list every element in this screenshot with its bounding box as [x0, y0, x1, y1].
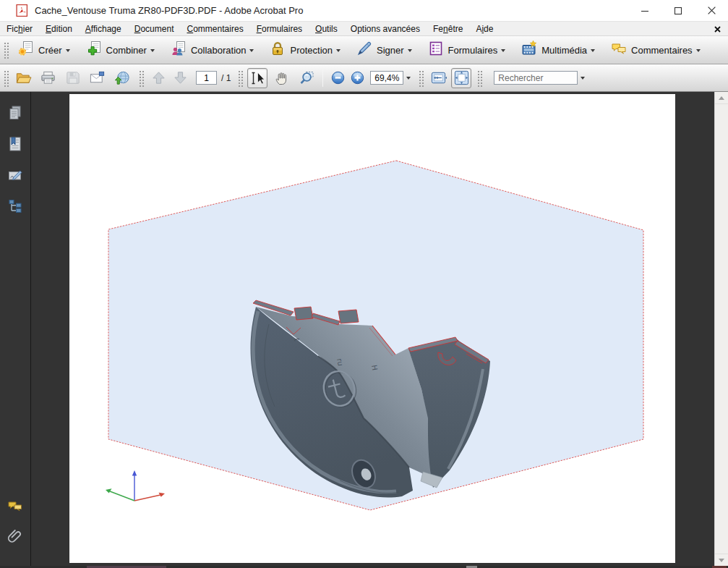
- menu-formulaires[interactable]: Formulaires: [250, 22, 309, 36]
- print-button[interactable]: [38, 68, 58, 88]
- select-tool-button[interactable]: [247, 68, 267, 88]
- pages-icon: [7, 104, 24, 122]
- comments-bubbles-icon: [7, 497, 24, 514]
- open-button[interactable]: [13, 68, 33, 88]
- bookmarks-panel-button[interactable]: [4, 133, 26, 155]
- zoom-out-button[interactable]: [329, 68, 346, 88]
- combiner-button[interactable]: Combiner: [80, 37, 160, 63]
- signatures-icon: [7, 166, 24, 184]
- creer-label: Créer: [38, 45, 62, 56]
- menu-fenetre[interactable]: Fenêtre: [427, 22, 469, 36]
- menu-fichier[interactable]: Fichier: [0, 22, 39, 36]
- combiner-label: Combiner: [106, 45, 147, 56]
- toolbar-grip[interactable]: [238, 69, 243, 87]
- protection-button[interactable]: Protection: [263, 37, 346, 63]
- menu-document[interactable]: Document: [128, 22, 181, 36]
- save-button: [62, 68, 82, 88]
- close-document-icon[interactable]: [712, 24, 722, 34]
- toolbar-grip[interactable]: [477, 69, 482, 87]
- formulaires-button[interactable]: Formulaires: [421, 37, 512, 63]
- page-total-label: / 1: [221, 73, 231, 83]
- menu-edition[interactable]: Edition: [39, 22, 79, 36]
- 3d-model-viewport[interactable]: t ru H: [69, 94, 675, 563]
- pdf-page: t ru H: [69, 94, 675, 563]
- page-number-input[interactable]: [196, 71, 217, 85]
- triangle-up-icon: [719, 96, 724, 100]
- forms-icon: [427, 40, 445, 60]
- title-bar: Cache_Ventouse Truma ZR80-PDF3D.PDF - Ad…: [0, 0, 728, 22]
- close-button[interactable]: [695, 0, 728, 21]
- multimedia-label: Multimédia: [541, 45, 587, 56]
- collaboration-icon: [170, 40, 187, 60]
- search-dropdown[interactable]: [578, 71, 587, 85]
- navigation-pane: [0, 92, 31, 566]
- axis-triad: [106, 470, 165, 501]
- main-area: t ru H: [0, 92, 728, 566]
- next-page-button: [170, 68, 190, 88]
- search-input[interactable]: [494, 71, 578, 85]
- comments-panel-button[interactable]: [4, 495, 26, 517]
- creer-button[interactable]: Créer: [12, 37, 76, 63]
- chevron-down-icon: [408, 49, 412, 52]
- model-tree-panel-button[interactable]: [4, 195, 26, 217]
- pages-panel-button[interactable]: [4, 102, 26, 124]
- commentaires-button[interactable]: Commentaires: [604, 37, 706, 63]
- protection-label: Protection: [290, 45, 333, 56]
- triangle-down-icon: [719, 559, 724, 562]
- email-button[interactable]: [87, 68, 107, 88]
- toolbar-grip[interactable]: [139, 69, 144, 87]
- svg-text:ru: ru: [335, 357, 345, 366]
- fit-width-button[interactable]: [428, 68, 448, 88]
- menu-options-avancees[interactable]: Options avancées: [344, 22, 427, 36]
- menu-affichage[interactable]: Affichage: [79, 22, 128, 36]
- bookmarks-icon: [7, 135, 24, 153]
- menu-aide[interactable]: Aide: [469, 22, 500, 36]
- chevron-down-icon: [501, 49, 505, 52]
- minimize-button[interactable]: [628, 0, 661, 21]
- zoom-level-value: 69,4%: [374, 73, 399, 83]
- chevron-down-icon: [150, 49, 155, 52]
- scroll-up-button[interactable]: [715, 92, 728, 104]
- toolbar-grip[interactable]: [419, 69, 424, 87]
- window-controls: [628, 0, 728, 21]
- chevron-down-icon: [696, 49, 701, 52]
- comments-icon: [610, 40, 628, 60]
- task-toolbar: Créer Combiner: [0, 36, 728, 64]
- menu-bar: Fichier Edition Affichage Document Comme…: [0, 22, 728, 36]
- signer-button[interactable]: Signer: [350, 37, 418, 63]
- collaboration-button[interactable]: Collaboration: [164, 37, 260, 63]
- vertical-scrollbar[interactable]: [714, 92, 728, 566]
- signatures-panel-button[interactable]: [4, 164, 26, 186]
- marquee-zoom-button[interactable]: [296, 68, 317, 88]
- multimedia-button[interactable]: Multimédia: [515, 37, 601, 63]
- hand-tool-button[interactable]: [272, 68, 292, 88]
- zoom-level-field[interactable]: 69,4%: [370, 71, 403, 85]
- scroll-down-button[interactable]: [715, 554, 728, 566]
- protection-lock-icon: [269, 40, 286, 60]
- menu-commentaires[interactable]: Commentaires: [181, 22, 250, 36]
- upload-web-button[interactable]: [111, 68, 132, 88]
- chevron-down-icon: [66, 49, 70, 52]
- formulaires-label: Formulaires: [448, 45, 498, 56]
- zoom-level-dropdown[interactable]: [403, 71, 413, 85]
- sign-pen-icon: [356, 40, 373, 60]
- attachment-paperclip-icon: [7, 528, 24, 546]
- toolbar-grip[interactable]: [4, 69, 9, 87]
- attachments-panel-button[interactable]: [4, 526, 26, 548]
- zoom-in-button[interactable]: [348, 68, 366, 88]
- commentaires-label: Commentaires: [631, 45, 693, 56]
- chevron-down-icon: [336, 49, 341, 52]
- acrobat-pdf-icon: [16, 4, 28, 17]
- chevron-down-icon: [406, 77, 411, 80]
- collaboration-label: Collaboration: [191, 45, 247, 56]
- window-title: Cache_Ventouse Truma ZR80-PDF3D.PDF - Ad…: [35, 5, 303, 16]
- menu-outils[interactable]: Outils: [309, 22, 344, 36]
- maximize-button[interactable]: [661, 0, 695, 21]
- fit-page-button[interactable]: [451, 68, 471, 88]
- combine-icon: [85, 40, 103, 60]
- toolbar-grip[interactable]: [4, 41, 9, 59]
- search-box: [494, 71, 587, 85]
- chevron-down-icon: [591, 49, 595, 52]
- document-area: t ru H: [31, 92, 714, 566]
- create-pdf-icon: [17, 40, 35, 60]
